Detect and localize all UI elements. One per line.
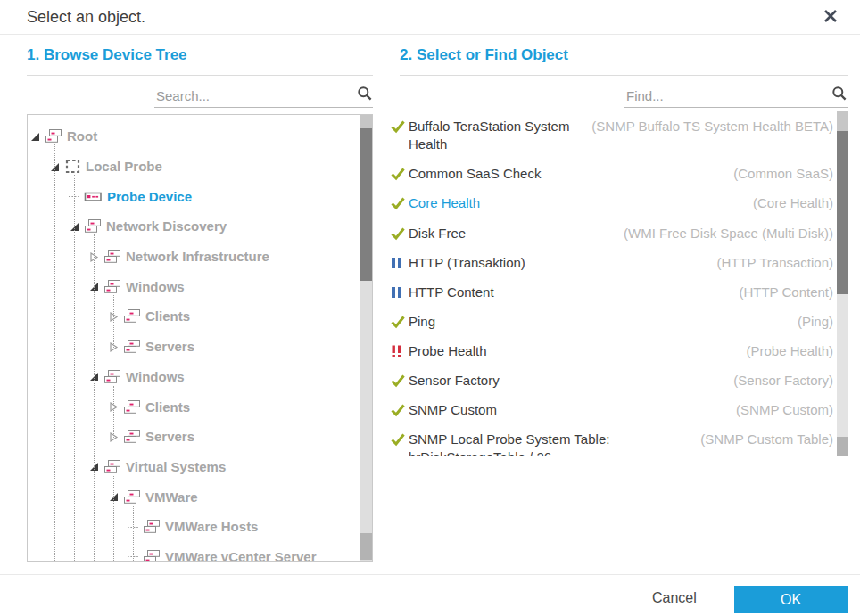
group-icon	[123, 308, 141, 324]
object-item-probe-health[interactable]: Probe Health(Probe Health)	[391, 336, 833, 365]
tree-item-servers[interactable]: Servers	[28, 332, 360, 362]
object-name: Disk Free	[409, 225, 466, 242]
tree-guide-line	[133, 506, 134, 561]
tree-item-vmware-hosts[interactable]: VMWare Hosts	[28, 512, 360, 542]
tree-item-label: Probe Device	[107, 189, 192, 204]
tree-guide-line	[94, 234, 95, 561]
object-type: (Ping)	[789, 313, 833, 331]
object-item-disk-free[interactable]: Disk Free(WMI Free Disk Space (Multi Dis…	[391, 218, 833, 248]
tree-item-label: Network Infrastructure	[126, 249, 269, 264]
object-type: (Probe Health)	[737, 342, 833, 360]
tree-guide-line	[113, 386, 114, 438]
find-input[interactable]	[624, 87, 828, 104]
dialog-title: Select an object.	[27, 8, 145, 27]
ok-icon	[391, 226, 405, 241]
group-icon	[103, 459, 121, 474]
tree-item-virtual-systems[interactable]: Virtual Systems	[28, 452, 360, 482]
close-icon[interactable]	[823, 8, 839, 24]
tree-item-local-probe[interactable]: Local Probe	[28, 152, 360, 182]
object-item-common-saas-check[interactable]: Common SaaS Check(Common SaaS)	[391, 159, 833, 188]
tree-item-label: Servers	[145, 339, 194, 354]
ok-icon	[391, 119, 405, 134]
ok-icon	[391, 196, 405, 210]
object-item-core-health[interactable]: Core Health(Core Health)	[391, 188, 833, 218]
object-name: Probe Health	[409, 342, 487, 360]
tree-scrollbar-thumb[interactable]	[360, 128, 372, 281]
object-type: (SNMP Custom Table)	[691, 431, 833, 448]
tree-item-label: VMWare Hosts	[165, 519, 258, 534]
object-type: (HTTP Content)	[730, 283, 833, 301]
device-tree: RootLocal ProbeProbe DeviceNetwork Disco…	[28, 115, 360, 561]
object-item-http-content[interactable]: HTTP Content(HTTP Content)	[391, 277, 833, 307]
footer-divider	[0, 574, 860, 575]
tree-item-label: VMWare vCenter Server	[165, 549, 317, 561]
object-name: Core Health	[409, 194, 480, 212]
tree-guide-line	[113, 476, 114, 561]
object-type: (Common SaaS)	[724, 165, 833, 183]
tree-item-vmware-vcenter-server[interactable]: VMWare vCenter Server	[28, 542, 360, 561]
search-icon[interactable]	[357, 86, 373, 105]
tree-item-label: Root	[67, 128, 97, 144]
object-item-ping[interactable]: Ping(Ping)	[391, 307, 833, 336]
group-icon	[143, 519, 161, 534]
cancel-button[interactable]: Cancel	[652, 590, 697, 606]
object-name: HTTP Content	[409, 283, 494, 301]
tree-item-label: Windows	[126, 279, 185, 294]
object-item-http-transaktion[interactable]: HTTP (Transaktion)(HTTP Transaction)	[391, 248, 833, 277]
object-type: (HTTP Transaction)	[707, 254, 833, 272]
tree-item-servers[interactable]: Servers	[28, 422, 360, 452]
tree-item-clients[interactable]: Clients	[28, 301, 360, 332]
tree-item-network-discovery[interactable]: Network Discovery	[28, 211, 360, 242]
tree-scrollbar[interactable]	[360, 115, 372, 561]
collapse-toggle-icon[interactable]	[29, 130, 41, 143]
object-list-wrap: Buffalo TeraStation System Health(SNMP B…	[391, 111, 848, 456]
group-icon	[123, 399, 141, 415]
find-icon[interactable]	[831, 86, 848, 105]
ok-icon	[391, 315, 405, 329]
group-icon	[103, 249, 121, 264]
object-type: (WMI Free Disk Space (Multi Disk))	[615, 225, 833, 242]
object-type: (SNMP Buffalo TS System Health BETA)	[583, 118, 833, 136]
object-item-snmp-local-probe-system-table-hrdiskstoragetable-26[interactable]: SNMP Local Probe System Table: hrDiskSto…	[391, 424, 833, 456]
group-icon	[103, 369, 121, 384]
object-name: Sensor Factory	[409, 372, 500, 390]
device-icon	[84, 189, 103, 204]
tree-item-label: Servers	[145, 429, 194, 444]
tree-item-clients[interactable]: Clients	[28, 391, 360, 422]
tree-item-root[interactable]: Root	[28, 121, 360, 152]
ok-icon	[391, 167, 405, 181]
tree-item-network-infrastructure[interactable]: Network Infrastructure	[28, 242, 360, 272]
tree-item-label: Windows	[126, 369, 185, 384]
object-item-sensor-factory[interactable]: Sensor Factory(Sensor Factory)	[391, 365, 833, 395]
list-scrollbar-thumb[interactable]	[837, 131, 848, 294]
object-name: Common SaaS Check	[409, 165, 541, 183]
list-scrollbar[interactable]	[837, 111, 848, 456]
ok-icon	[391, 432, 405, 447]
object-name: Ping	[409, 313, 435, 331]
tree-item-label: Clients	[145, 399, 190, 415]
group-icon	[45, 128, 62, 144]
browse-device-tree-heading: 1. Browse Device Tree	[27, 46, 373, 76]
paused-icon	[391, 285, 405, 300]
warning-icon	[391, 344, 405, 358]
tree-item-vmware[interactable]: VMWare	[28, 481, 360, 512]
tree-item-windows[interactable]: Windows	[28, 271, 360, 301]
tree-guide-line	[54, 144, 55, 561]
search-field	[154, 84, 373, 108]
tree-item-windows[interactable]: Windows	[28, 362, 360, 392]
group-icon	[123, 339, 141, 354]
tree-item-label: VMWare	[145, 489, 198, 505]
group-icon	[143, 549, 161, 561]
tree-item-label: Clients	[145, 308, 190, 324]
search-input[interactable]	[154, 87, 353, 104]
object-item-buffalo-terastation-system-health[interactable]: Buffalo TeraStation System Health(SNMP B…	[391, 111, 833, 159]
ok-icon	[391, 403, 405, 417]
ok-button[interactable]: OK	[734, 586, 848, 613]
object-name: HTTP (Transaktion)	[409, 254, 525, 272]
object-item-snmp-custom[interactable]: SNMP Custom(SNMP Custom)	[391, 395, 833, 424]
object-type: (SNMP Custom)	[727, 401, 833, 419]
object-list: Buffalo TeraStation System Health(SNMP B…	[391, 111, 833, 456]
tree-item-label: Network Discovery	[106, 218, 227, 234]
tree-item-probe-device[interactable]: Probe Device	[28, 181, 360, 211]
tree-item-label: Virtual Systems	[126, 459, 226, 474]
